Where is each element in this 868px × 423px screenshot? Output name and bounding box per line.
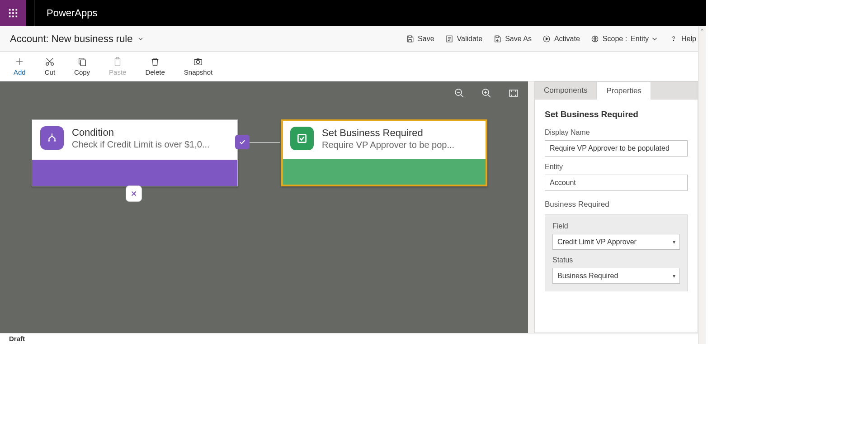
display-name-input[interactable] <box>545 140 688 157</box>
save-icon <box>406 35 414 43</box>
business-required-section-label: Business Required <box>545 200 688 209</box>
true-branch-badge[interactable] <box>235 135 250 149</box>
tab-spacer <box>651 81 698 100</box>
activate-icon <box>542 35 551 43</box>
svg-rect-7 <box>12 16 14 18</box>
validate-label: Validate <box>457 35 483 43</box>
designer-canvas[interactable]: Condition Check if Credit Limit is over … <box>0 81 528 333</box>
svg-rect-6 <box>9 16 11 18</box>
title-name: New business rule <box>52 33 133 44</box>
condition-footer <box>32 160 237 186</box>
tab-properties[interactable]: Properties <box>597 81 651 100</box>
scope-dropdown[interactable]: Scope : Entity <box>591 35 659 43</box>
condition-node[interactable]: Condition Check if Credit Limit is over … <box>32 119 238 186</box>
snapshot-label: Snapshot <box>184 68 212 76</box>
action-title: Set Business Required <box>322 127 454 140</box>
false-branch-badge[interactable] <box>126 185 142 202</box>
svg-rect-26 <box>115 58 120 66</box>
svg-rect-10 <box>409 39 411 42</box>
help-button[interactable]: Help <box>670 35 696 43</box>
copy-label: Copy <box>74 68 90 76</box>
activate-button[interactable]: Activate <box>542 35 580 43</box>
help-label: Help <box>681 35 696 43</box>
zoom-in-button[interactable] <box>481 88 492 100</box>
status-text: Draft <box>9 335 25 342</box>
svg-point-29 <box>197 60 200 63</box>
status-select[interactable]: Business Required <box>552 268 680 284</box>
tab-components[interactable]: Components <box>534 81 597 100</box>
action-footer <box>283 159 486 185</box>
page-header: Account: New business rule Save Validate… <box>0 26 706 52</box>
svg-rect-2 <box>16 9 18 11</box>
scope-icon <box>591 35 599 43</box>
fit-screen-button[interactable] <box>508 88 519 100</box>
status-bar: Draft <box>0 333 706 344</box>
chevron-down-icon <box>137 35 144 43</box>
svg-rect-4 <box>12 12 14 14</box>
scissors-icon <box>45 57 55 67</box>
condition-icon <box>40 126 64 150</box>
save-as-icon <box>493 35 501 43</box>
copy-button[interactable]: Copy <box>74 57 90 76</box>
entity-input <box>545 175 688 191</box>
copy-icon <box>77 57 87 67</box>
zoom-out-icon <box>454 88 465 99</box>
business-required-section: Field Credit Limit VP Approver Status Bu… <box>545 214 688 291</box>
svg-line-34 <box>488 95 491 97</box>
main-area: Condition Check if Credit Limit is over … <box>0 81 706 333</box>
action-subtitle: Require VP Approver to be pop... <box>322 140 454 150</box>
add-button[interactable]: Add <box>14 57 26 76</box>
svg-rect-3 <box>9 12 11 14</box>
panel-heading: Set Business Required <box>545 109 688 119</box>
divider <box>34 0 35 26</box>
zoom-out-button[interactable] <box>454 88 465 100</box>
field-label: Field <box>552 222 680 230</box>
app-launcher-button[interactable] <box>0 0 26 26</box>
snapshot-button[interactable]: Snapshot <box>184 57 212 76</box>
svg-rect-0 <box>9 9 11 11</box>
save-button[interactable]: Save <box>406 35 434 43</box>
cut-label: Cut <box>45 68 55 76</box>
save-as-label: Save As <box>505 35 532 43</box>
validate-button[interactable]: Validate <box>445 35 483 43</box>
add-label: Add <box>14 68 26 76</box>
app-name: PowerApps <box>47 7 98 19</box>
help-icon <box>670 35 678 43</box>
action-node-selected[interactable]: Set Business Required Require VP Approve… <box>281 119 487 186</box>
trash-icon <box>150 57 160 67</box>
field-select[interactable]: Credit Limit VP Approver <box>552 234 680 250</box>
chevron-down-icon <box>651 35 659 43</box>
svg-rect-5 <box>16 12 18 14</box>
svg-rect-14 <box>496 36 499 38</box>
paste-label: Paste <box>109 68 126 76</box>
check-icon <box>238 138 246 146</box>
svg-marker-16 <box>546 38 548 40</box>
paste-icon <box>113 57 123 67</box>
plus-icon <box>14 57 24 67</box>
delete-label: Delete <box>145 68 165 76</box>
svg-rect-25 <box>80 60 85 66</box>
waffle-icon <box>8 8 18 18</box>
scope-value: Entity <box>631 35 649 43</box>
cut-button[interactable]: Cut <box>45 57 55 76</box>
condition-title: Condition <box>72 126 210 139</box>
status-label: Status <box>552 256 680 264</box>
save-as-button[interactable]: Save As <box>493 35 532 43</box>
scroll-up-arrow-icon[interactable] <box>698 26 706 33</box>
camera-icon <box>193 57 203 67</box>
scope-label: Scope : <box>603 35 627 43</box>
delete-button[interactable]: Delete <box>145 57 165 76</box>
action-icon <box>290 127 314 150</box>
vertical-scrollbar[interactable] <box>698 26 706 344</box>
properties-panel: Components Properties Set Business Requi… <box>534 81 698 333</box>
svg-rect-37 <box>509 90 518 96</box>
close-icon <box>130 190 138 198</box>
svg-line-31 <box>461 95 463 97</box>
page-title[interactable]: Account: New business rule <box>10 33 144 45</box>
validate-icon <box>445 35 453 43</box>
fullscreen-icon <box>508 88 519 99</box>
condition-subtitle: Check if Credit Limit is over $1,0... <box>72 139 210 150</box>
display-name-label: Display Name <box>545 128 688 137</box>
title-prefix: Account: <box>10 33 49 44</box>
svg-rect-9 <box>409 36 411 38</box>
